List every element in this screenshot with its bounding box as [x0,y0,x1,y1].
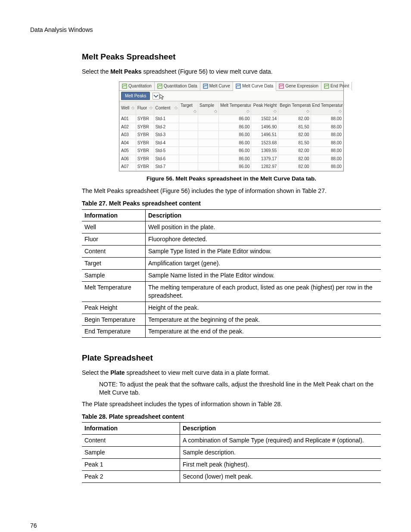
cell-desc: The melting temperature of each product,… [146,281,381,302]
col-header[interactable]: Well◇ [120,102,136,115]
cell [198,163,219,171]
cell: 88.00 [311,163,343,171]
cell: 82.00 [278,131,311,139]
cell: Std-3 [154,131,179,139]
table28: Information Description ContentA combina… [82,422,381,482]
table-row: SampleSample description. [82,447,381,459]
cell-info: Well [82,221,146,233]
tab-label: Melt Curve [209,83,230,89]
cell: 82.00 [278,115,311,123]
svg-rect-5 [324,84,329,88]
sort-icon: ◇ [306,109,309,114]
tab-melt-curve[interactable]: Melt Curve [200,82,233,90]
section-title-melt-peaks: Melt Peaks Spreadsheet [82,51,381,62]
sub-toolbar: Melt Peaks [119,91,343,102]
cell: 86.00 [219,123,251,131]
text: Select the [82,369,110,376]
col-header[interactable]: Melt Temperature◇ [219,102,251,115]
cell: SYBR [136,115,154,123]
col-header-info: Information [82,209,146,221]
col-header[interactable]: Begin Temperature◇ [278,102,311,115]
col-header[interactable]: Peak Height◇ [251,102,278,115]
cell-info: End Temperature [82,326,146,338]
col-header[interactable]: Content◇ [154,102,179,115]
sort-icon: ◇ [274,109,277,114]
tab-quantitation[interactable]: Quantitation [119,82,155,90]
text-bold: Plate [110,369,125,376]
tab-melt-curve-data[interactable]: Melt Curve Data [233,82,276,91]
tab-icon [324,84,329,89]
cell [179,163,198,171]
svg-rect-1 [158,84,162,88]
tab-end-point[interactable]: End Point [321,82,352,90]
sort-icon: ◇ [193,109,196,114]
table-row[interactable]: A03SYBRStd-386.001496.5182.0088.00 [120,131,343,139]
col-label: Target [181,103,193,108]
cell-desc: Sample description. [180,447,381,459]
tab-quantitation-data[interactable]: Quantitation Data [155,82,200,90]
col-header[interactable]: Fluor◇ [136,102,154,115]
sort-icon: ◇ [174,105,177,110]
cell-desc: Fluorophore detected. [146,233,381,246]
cell: 86.00 [219,131,251,139]
cell-desc: Temperature at the beginning of the peak… [146,314,381,326]
tab-bar: QuantitationQuantitation DataMelt CurveM… [119,82,343,91]
section2-para2: The Plate spreadsheet includes the types… [82,400,381,408]
table-row[interactable]: A01SYBRStd-186.001502.1482.0088.00 [120,115,343,123]
cell-info: Fluor [82,233,146,246]
cell: SYBR [136,163,154,171]
col-label: Melt Temperature [220,103,251,108]
cell-info: Peak Height [82,302,146,314]
cell: 88.00 [311,147,343,155]
cell: SYBR [136,131,154,139]
cell-desc: A combination of Sample Type (required) … [180,435,381,447]
table-row: Peak 1First melt peak (highest). [82,459,381,471]
tab-gene-expression[interactable]: Gene Expression [276,82,321,90]
cell: 88.00 [311,123,343,131]
table-row: FluorFluorophore detected. [82,233,381,246]
cell: A04 [120,139,136,147]
tab-icon [122,84,127,89]
cell [179,139,198,147]
text: spreadsheet to view melt curve data in a… [125,369,270,376]
col-label: Begin Temperature [280,103,311,108]
col-header[interactable]: Target◇ [179,102,198,115]
cell-desc: First melt peak (highest). [180,459,381,471]
cell-info: Sample [82,270,146,282]
col-header[interactable]: Sample◇ [198,102,219,115]
table-row[interactable]: A05SYBRStd-586.001369.5582.0088.00 [120,147,343,155]
dropdown-button[interactable] [153,93,159,100]
cell-desc: Well position in the plate. [146,221,381,233]
cell [179,123,198,131]
cell: 1502.14 [251,115,278,123]
cell: 1369.55 [251,147,278,155]
cell: A02 [120,123,136,131]
table-row[interactable]: A04SYBRStd-486.001523.6881.5088.00 [120,139,343,147]
table27-label: Table 27. Melt Peaks spreadsheet content [82,199,381,208]
col-header[interactable]: End Temperature◇ [311,102,343,115]
text: Select the [82,68,110,75]
sort-icon: ◇ [246,109,249,114]
cell: A03 [120,131,136,139]
cell: 86.00 [219,147,251,155]
table-row[interactable]: A06SYBRStd-686.001379.1782.0088.00 [120,155,343,163]
table-row[interactable]: A02SYBRStd-286.001496.9081.5088.00 [120,123,343,131]
cell: 88.00 [311,139,343,147]
svg-rect-0 [122,84,127,88]
cell [179,147,198,155]
cell [179,131,198,139]
page-number: 76 [30,522,381,530]
cell: A07 [120,163,136,171]
figure-caption: Figure 56. Melt Peaks spreadsheet in the… [82,175,381,183]
cell: A05 [120,147,136,155]
cell: 1496.90 [251,123,278,131]
sort-icon: ◇ [149,105,153,110]
cell-desc: Sample Name listed in the Plate Editor w… [146,270,381,282]
sort-icon: ◇ [131,105,134,110]
table-row: Peak HeightHeight of the peak. [82,302,381,314]
table-row[interactable]: A07SYBRStd-786.001282.9782.0088.00 [120,163,343,171]
col-header-desc: Description [146,209,381,221]
cell: SYBR [136,139,154,147]
cell-info: Content [82,435,180,447]
sub-tab-melt-peaks[interactable]: Melt Peaks [121,92,150,100]
